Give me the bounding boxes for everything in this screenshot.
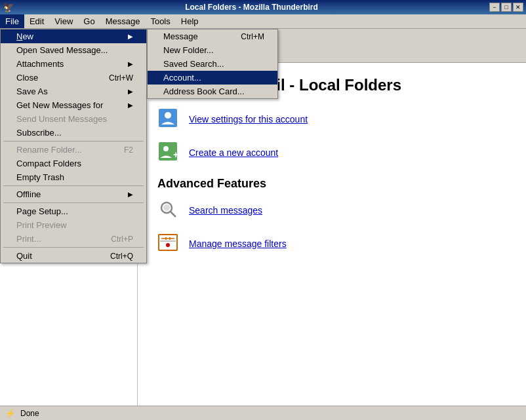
menu-rename-folder: Rename Folder... F2 <box>1 143 146 157</box>
new-account[interactable]: Account... <box>148 71 277 85</box>
menu-print-preview: Print Preview <box>1 218 146 232</box>
new-message[interactable]: Message Ctrl+M <box>148 29 277 43</box>
window-controls: − □ ✕ <box>489 3 523 12</box>
view-settings-label[interactable]: View settings for this account <box>189 114 308 124</box>
svg-point-10 <box>165 112 171 119</box>
menu-message[interactable]: Message <box>100 14 146 28</box>
create-account-label[interactable]: Create a new account <box>189 147 278 158</box>
search-messages-icon <box>157 199 178 221</box>
view-settings-icon <box>157 107 178 130</box>
menu-go[interactable]: Go <box>78 14 100 28</box>
create-account-item[interactable]: + Create a new account <box>157 141 506 164</box>
menu-subscribe[interactable]: Subscribe... <box>1 126 146 140</box>
svg-text:+: + <box>173 149 178 160</box>
menu-get-new-messages[interactable]: Get New Messages for ▶ <box>1 98 146 112</box>
status-bar: ⚡ Done <box>0 406 526 420</box>
new-submenu: Message Ctrl+M New Folder... Saved Searc… <box>147 29 278 99</box>
separator-4 <box>3 247 144 248</box>
manage-filters-label[interactable]: Manage message filters <box>189 239 287 249</box>
svg-point-16 <box>163 204 170 211</box>
maximize-button[interactable]: □ <box>501 3 512 12</box>
menu-new[interactable]: New ▶ <box>1 29 146 43</box>
menu-page-setup[interactable]: Page Setup... <box>1 204 146 218</box>
minimize-button[interactable]: − <box>489 3 500 12</box>
status-icon: ⚡ <box>5 409 15 418</box>
content-area: Thunderbird Mail - Local Folders View se… <box>138 63 526 406</box>
view-settings-item[interactable]: View settings for this account <box>157 107 506 130</box>
svg-rect-17 <box>159 235 177 250</box>
close-button[interactable]: ✕ <box>513 3 523 12</box>
menu-file[interactable]: File <box>0 14 24 28</box>
separator-2 <box>3 185 144 186</box>
status-text: Done <box>20 409 39 418</box>
manage-filters-icon <box>157 232 178 255</box>
search-messages-item[interactable]: Search messages <box>157 199 506 221</box>
svg-line-15 <box>171 212 176 217</box>
svg-point-12 <box>163 146 169 151</box>
search-messages-label[interactable]: Search messages <box>189 205 262 216</box>
menu-send-unsent: Send Unsent Messages <box>1 112 146 126</box>
menu-tools[interactable]: Tools <box>145 14 175 28</box>
create-account-icon: + <box>157 141 178 164</box>
separator-1 <box>3 141 144 142</box>
separator-3 <box>3 202 144 203</box>
window-title: Local Folders - Mozilla Thunderbird <box>14 3 489 12</box>
svg-point-18 <box>166 243 170 247</box>
new-saved-search[interactable]: Saved Search... <box>148 57 277 71</box>
menu-view[interactable]: View <box>49 14 78 28</box>
menu-empty-trash[interactable]: Empty Trash <box>1 170 146 184</box>
menu-save-as[interactable]: Save As ▶ <box>1 85 146 98</box>
app-icon: 🦅 <box>3 2 14 12</box>
file-menu: New ▶ Open Saved Message... Attachments … <box>0 29 147 263</box>
menu-compact-folders[interactable]: Compact Folders <box>1 157 146 170</box>
menu-offline[interactable]: Offline ▶ <box>1 187 146 201</box>
new-folder[interactable]: New Folder... <box>148 43 277 57</box>
menu-edit[interactable]: Edit <box>24 14 49 28</box>
menu-bar: File Edit View Go Message Tools Help <box>0 14 526 29</box>
menu-close[interactable]: Close Ctrl+W <box>1 71 146 85</box>
menu-attachments[interactable]: Attachments ▶ <box>1 57 146 71</box>
menu-help[interactable]: Help <box>176 14 204 28</box>
manage-filters-item[interactable]: Manage message filters <box>157 232 506 255</box>
menu-quit[interactable]: Quit Ctrl+Q <box>1 249 146 263</box>
new-address-book-card[interactable]: Address Book Card... <box>148 85 277 98</box>
menu-print: Print... Ctrl+P <box>1 232 146 246</box>
advanced-title: Advanced Features <box>157 177 506 191</box>
title-bar: 🦅 Local Folders - Mozilla Thunderbird − … <box>0 0 526 14</box>
menu-open-saved[interactable]: Open Saved Message... <box>1 43 146 57</box>
